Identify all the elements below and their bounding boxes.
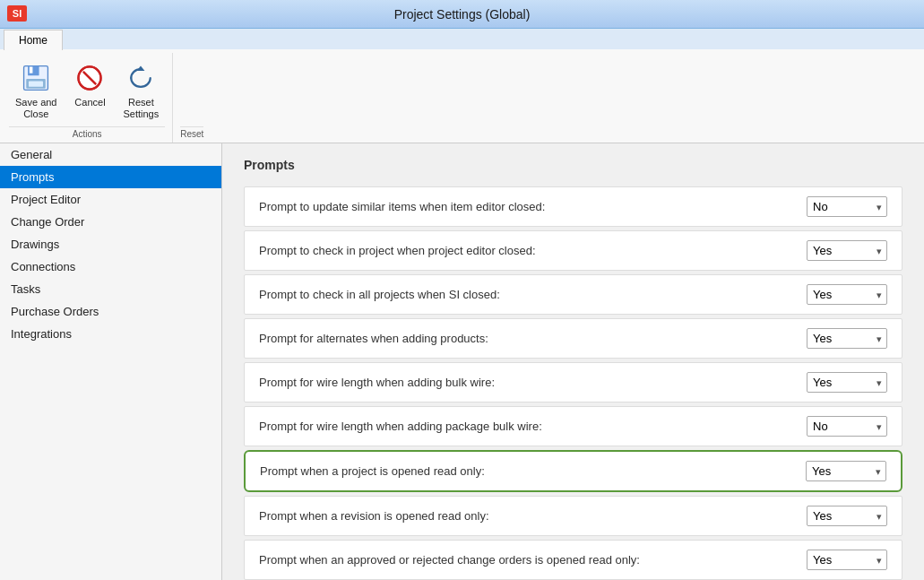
ribbon-tab-bar: Home [0,29,924,49]
window-title: Project Settings (Global) [394,7,531,22]
prompt-label-alternates: Prompt for alternates when adding produc… [259,332,807,345]
si-badge: SI [7,5,27,22]
title-bar: SI Project Settings (Global) [0,0,924,29]
prompt-row-project-read-only: Prompt when a project is opened read onl… [244,450,902,492]
actions-group-label: Actions [9,126,165,143]
reset-settings-button[interactable]: ResetSettings [117,56,165,125]
select-wrapper-revision-read-only: YesNo [807,506,887,526]
prompt-select-revision-read-only[interactable]: YesNo [807,506,887,526]
reset-settings-label: ResetSettings [123,97,159,120]
prompt-label-update-similar: Prompt to update similar items when item… [259,200,807,213]
svg-marker-10 [137,66,145,71]
prompt-select-update-similar[interactable]: YesNo [807,196,887,217]
svg-rect-2 [30,66,33,73]
prompt-row-revision-read-only: Prompt when a revision is opened read on… [244,496,902,536]
sidebar-item-general[interactable]: General [0,143,221,166]
prompt-row-wire-length-bulk: Prompt for wire length when adding bulk … [244,362,902,403]
ribbon-buttons: Save andClose Cancel [9,53,165,125]
ribbon-group-actions: Save andClose Cancel [2,53,173,143]
sidebar-item-change-order[interactable]: Change Order [0,211,221,233]
prompt-select-check-in-project[interactable]: YesNo [807,240,887,261]
prompt-label-revision-read-only: Prompt when a revision is opened read on… [259,509,807,523]
ribbon-group-reset: Reset [173,53,211,143]
prompt-select-change-orders-read-only[interactable]: YesNo [807,550,887,570]
select-wrapper-wire-length-bulk: YesNo [807,372,887,393]
select-wrapper-update-similar: YesNo [807,196,887,217]
prompt-label-check-in-project: Prompt to check in project when project … [259,244,807,257]
select-wrapper-change-orders-read-only: YesNo [807,550,887,570]
prompt-row-change-orders-read-only: Prompt when an approved or rejected chan… [244,540,902,580]
save-close-label: Save andClose [15,97,56,120]
select-wrapper-project-read-only: YesNo [806,461,886,481]
sidebar-item-project-editor[interactable]: Project Editor [0,188,221,211]
tab-home[interactable]: Home [4,30,63,50]
sidebar-item-connections[interactable]: Connections [0,255,221,278]
select-wrapper-check-in-all: YesNo [807,284,887,305]
prompt-row-alternates: Prompt for alternates when adding produc… [244,318,902,359]
ribbon: Home Save andClose [0,29,924,143]
prompt-row-check-in-project: Prompt to check in project when project … [244,230,902,271]
prompts-container: Prompt to update similar items when item… [244,186,902,580]
reset-group-label: Reset [180,126,203,143]
prompt-label-change-orders-read-only: Prompt when an approved or rejected chan… [259,553,807,567]
prompt-select-project-read-only[interactable]: YesNo [806,461,886,481]
select-wrapper-alternates: YesNo [807,328,887,349]
section-title: Prompts [244,158,902,172]
prompt-label-wire-length-bulk: Prompt for wire length when adding bulk … [259,376,807,389]
cancel-label: Cancel [74,97,105,108]
prompt-select-check-in-all[interactable]: YesNo [807,284,887,305]
sidebar: General Prompts Project Editor Change Or… [0,143,222,580]
prompt-label-check-in-all: Prompt to check in all projects when SI … [259,288,807,301]
prompt-row-check-in-all: Prompt to check in all projects when SI … [244,274,902,315]
sidebar-item-prompts[interactable]: Prompts [0,166,221,188]
sidebar-item-drawings[interactable]: Drawings [0,233,221,255]
svg-rect-4 [29,82,43,87]
save-icon [19,61,53,95]
content-area: Prompts Prompt to update similar items w… [222,143,924,580]
save-close-button[interactable]: Save andClose [9,56,63,125]
ribbon-content: Save andClose Cancel [0,49,924,143]
sidebar-item-purchase-orders[interactable]: Purchase Orders [0,300,221,323]
cancel-icon [73,61,107,95]
reset-icon [124,61,158,95]
app-body: General Prompts Project Editor Change Or… [0,143,924,580]
prompt-select-wire-length-bulk[interactable]: YesNo [807,372,887,393]
select-wrapper-wire-length-package: YesNo [807,416,887,437]
prompt-select-alternates[interactable]: YesNo [807,328,887,349]
prompt-label-wire-length-package: Prompt for wire length when adding packa… [259,420,807,433]
prompt-select-wire-length-package[interactable]: YesNo [807,416,887,437]
prompt-row-update-similar: Prompt to update similar items when item… [244,186,902,227]
sidebar-item-tasks[interactable]: Tasks [0,278,221,300]
select-wrapper-check-in-project: YesNo [807,240,887,261]
sidebar-item-integrations[interactable]: Integrations [0,323,221,345]
prompt-label-project-read-only: Prompt when a project is opened read onl… [260,464,806,478]
prompt-row-wire-length-package: Prompt for wire length when adding packa… [244,406,902,446]
cancel-button[interactable]: Cancel [66,56,113,113]
